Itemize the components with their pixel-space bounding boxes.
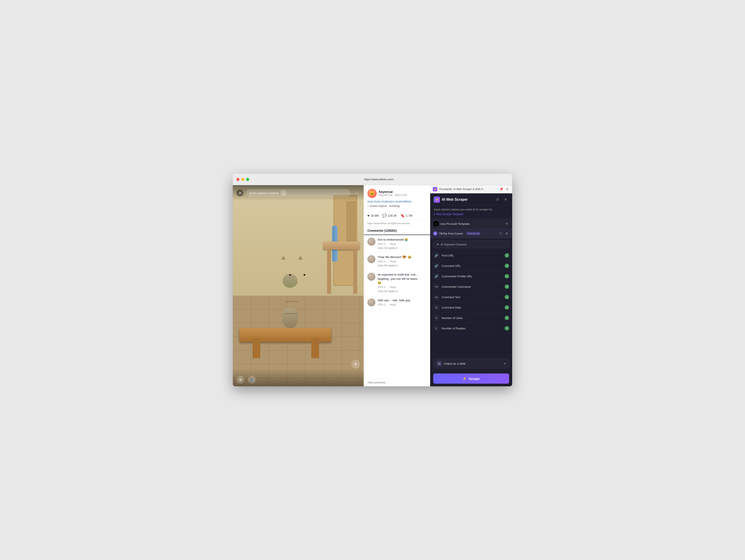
template-delete-icon[interactable]: 🗑 — [504, 231, 509, 236]
column-name: Commenter Profile URL — [442, 275, 503, 278]
view-replies-button[interactable]: View 68 replies ▾ — [378, 264, 427, 267]
extension-header: ⚡ AI Web Scraper ⏱ ✕ — [430, 194, 512, 205]
column-name: Post URL — [442, 254, 503, 257]
bookmark-icon: 🔖 — [400, 214, 405, 218]
history-icon[interactable]: ⏱ — [494, 197, 501, 203]
scrape-label: Scrape — [468, 377, 480, 381]
template-row[interactable]: ✓ TikTok Post Comm Prebuilt-built ⏱ 🗑 — [430, 229, 512, 238]
template-right: ⏱ 🗑 — [498, 231, 509, 236]
new-template-button[interactable]: + New Scraper Template — [434, 212, 463, 216]
search-text: Find related content — [249, 191, 279, 195]
comment-text: Side eye… nah. Side guy. — [378, 299, 427, 302]
video-panel: ✕ Find related content ⌕ ··· ▾ ⧉ 🔊 — [233, 185, 364, 386]
template-name: TikTok Post Comm — [439, 232, 463, 235]
comments-header: Comments (129261) — [364, 226, 430, 235]
minimize-traffic-light[interactable] — [241, 178, 244, 181]
video-search-bar[interactable]: Find related content ⌕ — [246, 189, 350, 197]
column-name: Comment Date — [442, 306, 503, 309]
sound-name: sonido original · Axelitokg — [369, 205, 399, 208]
column-name: Comment URL — [442, 264, 503, 268]
comment-content: Side eye… nah. Side guy. 2023-3... Reply — [378, 299, 427, 306]
volume-icon[interactable]: 🔊 — [248, 376, 256, 384]
search-icon[interactable]: ⌕ — [281, 190, 287, 196]
prebuilt-badge: Prebuilt-built — [466, 232, 481, 235]
column-item-comment-url[interactable]: 🔗 Comment URL ✓ — [433, 261, 509, 271]
ai-improve-button[interactable]: ✦ AI Improve Columns — [433, 241, 509, 248]
output-label: Output as a table — [444, 362, 465, 365]
pin-button[interactable]: 📌 — [499, 187, 503, 191]
reply-button[interactable]: Reply — [390, 243, 396, 245]
scroll-down-button[interactable]: ▾ — [351, 360, 360, 369]
view-replies-button[interactable]: View 38 replies ▾ — [378, 290, 427, 293]
extension-header-icons: ⏱ ✕ — [494, 197, 509, 203]
column-name: Number of Replies — [442, 327, 503, 330]
output-row[interactable]: ⊞ Output as a table ▾ — [433, 358, 509, 369]
video-scene — [233, 185, 364, 386]
user-info: heymrcat Hey Mr Cat · 2023-3-29 — [379, 190, 407, 197]
prebuilt-close-button[interactable]: ✕ — [505, 221, 509, 226]
comment-avatar — [367, 238, 376, 246]
add-comment-area — [364, 378, 430, 386]
extension-inner-logo: ⚡ — [434, 197, 440, 203]
extension-logo: ⚡ — [433, 187, 437, 191]
comment-meta: 2023-3... Reply — [378, 303, 427, 306]
column-item-replies[interactable]: # Number of Replies ✓ — [433, 323, 509, 334]
view-replies-button[interactable]: View 33 replies ▾ — [378, 247, 427, 250]
bookmarks-stat: 🔖 1.7M — [400, 214, 412, 218]
link-icon: 🔗 — [433, 273, 440, 279]
post-meta: Hey Mr Cat · 2023-3-29 — [379, 194, 407, 197]
reply-button[interactable]: Reply — [390, 260, 396, 263]
post-url[interactable]: https://www.tiktok.com/@heymrcat/vide... — [364, 220, 430, 226]
extension-close-outer-button[interactable]: ✕ — [505, 187, 510, 191]
comment-avatar — [367, 299, 376, 306]
list-item: "Fear Me Woman!! 🐯" 😂 2023-3... Reply Vi… — [367, 252, 427, 270]
maximize-traffic-light[interactable] — [246, 178, 249, 181]
comment-content: "Fear Me Woman!! 🐯" 😂 2023-3... Reply Vi… — [378, 255, 427, 267]
comments-list: Got so embarrassed 😭 2023-3... Reply Vie… — [364, 235, 430, 378]
comment-text: "Fear Me Woman!! 🐯" 😂 — [378, 255, 427, 259]
avatar: 🐱 — [367, 189, 377, 198]
video-close-button[interactable]: ✕ — [236, 189, 244, 197]
comment-content: Got so embarrassed 😭 2023-3... Reply Vie… — [378, 238, 427, 250]
column-item-likes[interactable]: # Number of Likes ✓ — [433, 313, 509, 323]
column-item-comment-date[interactable]: ⊞ Comment Date ✓ — [433, 302, 509, 313]
check-icon: ✓ — [505, 274, 509, 278]
prebuilt-template-section[interactable]: ♪ Use Pre-built Template ✕ — [430, 219, 512, 229]
close-traffic-light[interactable] — [236, 178, 239, 181]
url-bar[interactable]: https://www.tiktok.com/... — [251, 178, 509, 181]
browser-window: https://www.tiktok.com/... — [233, 174, 512, 386]
video-top-overlay: ✕ Find related content ⌕ ··· — [233, 185, 364, 201]
reply-button[interactable]: Reply — [390, 303, 396, 306]
copy-icon[interactable]: ⧉ — [236, 376, 244, 384]
template-indicator-icon: ✓ — [433, 232, 437, 236]
comment-date: 2023-3... — [378, 303, 387, 306]
reply-button[interactable]: Reply — [390, 286, 396, 288]
list-item: he expected to instill fear. inst...laug… — [367, 270, 427, 296]
more-options-button[interactable]: ··· — [353, 189, 360, 197]
comments-count: 129.3K — [388, 214, 397, 217]
comment-date: 2023-3... — [378, 260, 387, 263]
comment-text: he expected to instill fear. inst...laug… — [378, 273, 427, 285]
list-item: Got so embarrassed 😭 2023-3... Reply Vie… — [367, 235, 427, 252]
column-item-profile-url[interactable]: 🔗 Commenter Profile URL ✓ — [433, 271, 509, 282]
hashtags[interactable]: #cat #cats #catlovers #catsoftiktok — [367, 200, 427, 203]
check-icon: ✓ — [505, 284, 509, 289]
template-history-icon[interactable]: ⏱ — [498, 231, 503, 236]
add-comment-input[interactable] — [367, 381, 427, 384]
columns-list: 🔗 Post URL ✓ 🔗 Comment URL ✓ 🔗 Commenter… — [430, 250, 512, 356]
calendar-icon: ⊞ — [433, 304, 440, 311]
description-text: Input column names you want AI to scrape… — [434, 208, 493, 211]
plus-icon: + — [434, 212, 435, 216]
column-item-username[interactable]: Aa Commenter Username ✓ — [433, 282, 509, 292]
column-item-post-url[interactable]: 🔗 Post URL ✓ — [433, 250, 509, 261]
video-bottom-icons: ⧉ 🔊 — [236, 376, 256, 384]
scrape-button[interactable]: ⚡ Scrape — [433, 374, 509, 384]
likes-stat: ♥ 18.9M — [367, 214, 379, 218]
user-row: 🐱 heymrcat Hey Mr Cat · 2023-3-29 — [367, 189, 427, 198]
column-item-comment-text[interactable]: Aa Comment Text ✓ — [433, 292, 509, 302]
extension-close-button[interactable]: ✕ — [503, 197, 509, 203]
extension-description: Input column names you want AI to scrape… — [430, 205, 512, 219]
template-left: ✓ TikTok Post Comm Prebuilt-built — [433, 232, 481, 236]
table-icon: ⊞ — [436, 361, 442, 366]
column-name: Commenter Username — [442, 285, 503, 288]
